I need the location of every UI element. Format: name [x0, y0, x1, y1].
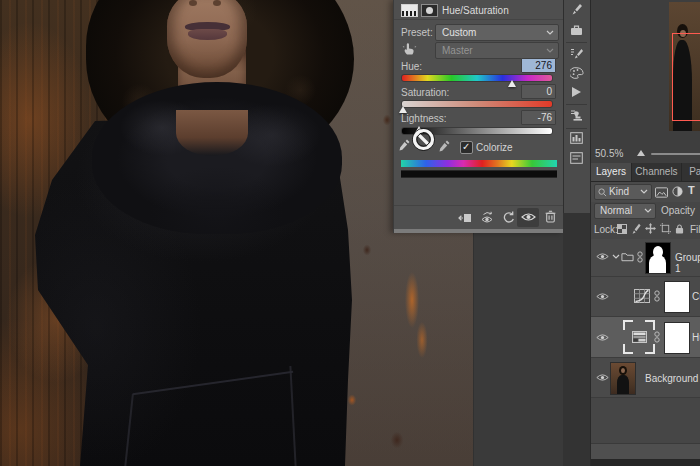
navigator-thumbnail[interactable]: [669, 2, 700, 131]
tool-presets-panel-icon[interactable]: [570, 109, 583, 122]
mask-icon[interactable]: [421, 4, 438, 17]
layer-name[interactable]: Group 1: [675, 252, 700, 274]
preset-value: Custom: [442, 27, 476, 38]
saturation-slider-thumb[interactable]: [399, 106, 407, 113]
opacity-label: Opacity: [661, 205, 695, 216]
zoom-level-value[interactable]: 50.5%: [595, 148, 623, 159]
chevron-down-icon: [640, 189, 648, 194]
eyedropper-plus-icon[interactable]: [439, 139, 451, 153]
brush-settings-panel-icon[interactable]: [570, 47, 583, 60]
histogram-panel-icon[interactable]: [570, 132, 583, 144]
color-panel-icon[interactable]: [570, 67, 584, 79]
no-cursor-icon: [411, 127, 436, 152]
layer-row-background[interactable]: Background: [591, 358, 700, 398]
libraries-panel-icon[interactable]: [570, 24, 583, 36]
previous-state-eye-icon[interactable]: [479, 211, 495, 224]
saturation-label: Saturation:: [401, 87, 449, 98]
hoodie-hood: [92, 82, 342, 234]
visibility-eye-icon[interactable]: [596, 292, 609, 301]
layers-tab-bar: Layers Channels Paths: [591, 163, 700, 181]
visibility-eye-icon[interactable]: [596, 333, 609, 342]
search-icon: [598, 188, 607, 197]
panel-title: Hue/Saturation: [442, 5, 509, 16]
fill-label: Fill: [690, 224, 700, 235]
layer-name[interactable]: Cu: [692, 291, 700, 302]
result-spectrum-bar: [401, 170, 557, 178]
actions-panel-icon[interactable]: [570, 86, 582, 98]
saturation-slider[interactable]: [401, 100, 553, 108]
hue-slider-thumb[interactable]: [508, 80, 516, 87]
navigator-zoom-row: 50.5%: [591, 145, 700, 163]
nostril: [213, 0, 221, 6]
layer-name[interactable]: Hu: [692, 332, 700, 343]
panel-dock: [563, 0, 590, 466]
channel-dropdown[interactable]: Master: [435, 42, 559, 59]
model-face: [167, 0, 247, 78]
curves-adjustment-icon[interactable]: [634, 289, 650, 303]
chevron-down-icon: [644, 208, 652, 213]
layer-mask-thumbnail[interactable]: [664, 322, 690, 354]
info-panel-icon[interactable]: [570, 152, 583, 164]
group-mask-thumbnail[interactable]: [645, 242, 671, 274]
zoom-slider-track[interactable]: [651, 153, 700, 155]
blend-mode-row: Normal Opacity: [591, 201, 700, 220]
hue-label: Hue:: [401, 61, 422, 72]
lock-paint-icon[interactable]: [631, 223, 641, 235]
tab-layers[interactable]: Layers: [591, 163, 632, 181]
properties-panel-hue-saturation: Hue/Saturation Preset: Custom Master Hue…: [393, 0, 564, 233]
lock-label: Lock:: [594, 224, 618, 235]
visibility-eye-icon[interactable]: [596, 252, 609, 261]
model-mouth: [185, 22, 230, 40]
filter-pixel-icon[interactable]: [655, 187, 668, 198]
hue-sat-properties-icon: [401, 4, 418, 17]
eyedropper-icon[interactable]: [399, 138, 411, 152]
lock-row: Lock: Fill: [591, 220, 700, 239]
reset-icon[interactable]: [502, 211, 515, 224]
navigator-view-rect[interactable]: [672, 33, 700, 121]
hue-saturation-adjustment-icon[interactable]: [632, 331, 647, 343]
lock-move-icon[interactable]: [645, 223, 656, 234]
nostril: [189, 0, 197, 6]
right-panel-group: 50.5% Layers Channels Paths Kind T Norma…: [590, 0, 700, 466]
tab-channels[interactable]: Channels: [632, 163, 682, 181]
visibility-eye-icon[interactable]: [596, 373, 609, 382]
lock-all-icon[interactable]: [675, 223, 684, 235]
hoodie-neck-opening: [176, 110, 248, 156]
filter-type-icon[interactable]: T: [688, 184, 695, 196]
blend-mode-dropdown[interactable]: Normal: [594, 203, 656, 219]
link-chain-icon[interactable]: [637, 251, 643, 263]
filter-adjustment-icon[interactable]: [672, 186, 683, 197]
link-chain-icon[interactable]: [654, 290, 660, 302]
zoom-slider-thumb[interactable]: [637, 150, 645, 156]
lock-transparent-icon[interactable]: [617, 224, 627, 234]
hue-slider[interactable]: [401, 74, 553, 82]
brushes-panel-icon[interactable]: [570, 3, 583, 16]
clip-to-layer-icon[interactable]: [458, 212, 472, 224]
on-image-adjust-hand-icon[interactable]: [402, 41, 417, 56]
panel-resize-edge[interactable]: [394, 229, 564, 233]
background-layer-thumbnail[interactable]: [610, 362, 636, 395]
lightness-label: Lightness:: [401, 113, 447, 124]
folder-icon: [621, 252, 634, 262]
colorize-checkbox[interactable]: [460, 141, 473, 154]
lightness-value-input[interactable]: -76: [521, 110, 556, 125]
layer-row-hue-saturation[interactable]: Hu: [591, 317, 700, 358]
expand-chevron-icon[interactable]: [612, 254, 620, 259]
link-chain-icon[interactable]: [654, 331, 660, 343]
layer-name[interactable]: Background: [645, 373, 698, 384]
saturation-value-input[interactable]: 0: [521, 84, 556, 99]
layer-row-group-1[interactable]: Group 1: [591, 239, 700, 277]
chevron-down-icon: [546, 30, 554, 35]
tab-paths[interactable]: Paths: [682, 163, 700, 181]
channel-value: Master: [442, 45, 473, 56]
visibility-eye-icon[interactable]: [521, 212, 536, 222]
lock-artboard-icon[interactable]: [660, 223, 671, 234]
preset-dropdown[interactable]: Custom: [435, 24, 559, 41]
chevron-down-icon: [546, 48, 554, 53]
hue-value-input[interactable]: 276: [521, 58, 556, 73]
delete-trash-icon[interactable]: [545, 210, 556, 223]
layer-mask-thumbnail[interactable]: [664, 281, 690, 313]
properties-footer: [394, 205, 564, 230]
layer-row-curves[interactable]: Cu: [591, 277, 700, 317]
kind-filter-dropdown[interactable]: Kind: [594, 184, 652, 200]
